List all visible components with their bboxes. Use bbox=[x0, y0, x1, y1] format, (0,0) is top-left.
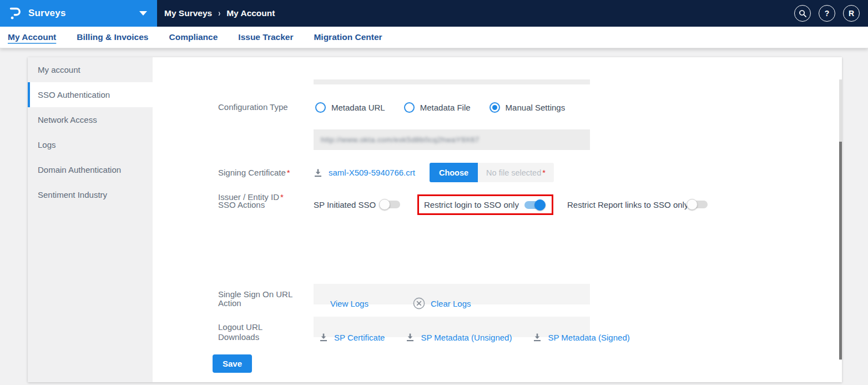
product-label: Surveys bbox=[28, 8, 66, 19]
no-file-selected-text: No file selected* bbox=[478, 163, 554, 182]
required-asterisk: * bbox=[287, 168, 290, 177]
signing-certificate-row: Signing Certificate* saml-X509-5940766.c… bbox=[153, 163, 842, 182]
scrollbar-thumb[interactable] bbox=[839, 142, 842, 359]
tab-my-account[interactable]: My Account bbox=[8, 32, 56, 42]
issuer-entity-id-field[interactable]: http://www.okta.com/exk5d8b0cq2hwaY9X67 bbox=[314, 129, 590, 150]
sidebar-item-network-access[interactable]: Network Access bbox=[28, 107, 153, 132]
signing-certificate-label: Signing Certificate* bbox=[218, 163, 290, 182]
radio-icon[interactable] bbox=[315, 102, 326, 113]
product-switcher[interactable]: Surveys bbox=[0, 0, 157, 27]
tab-billing-invoices[interactable]: Billing & Invoices bbox=[77, 32, 148, 42]
chevron-right-icon: › bbox=[218, 8, 220, 18]
settings-card: My account SSO Authentication Network Ac… bbox=[28, 57, 842, 382]
action-row: Action View Logs Clear Logs bbox=[153, 296, 842, 311]
sp-metadata-signed-download[interactable]: SP Metadata (Signed) bbox=[533, 333, 629, 342]
sidebar-item-sentiment-industry[interactable]: Sentiment Industry bbox=[28, 182, 153, 207]
download-icon bbox=[319, 333, 328, 342]
tab-migration-center[interactable]: Migration Center bbox=[314, 32, 382, 42]
restrict-report-links-label: Restrict Report links to SSO only bbox=[567, 194, 688, 215]
sp-initiated-sso-toggle[interactable] bbox=[380, 201, 400, 208]
view-logs-link[interactable]: View Logs bbox=[330, 299, 369, 308]
downloads-row: Downloads SP Certificate bbox=[153, 331, 842, 344]
avatar[interactable]: R bbox=[843, 5, 860, 22]
radio-metadata-file[interactable]: Metadata File bbox=[404, 102, 471, 113]
radio-checked-icon[interactable] bbox=[489, 102, 500, 113]
scrolled-input-edge bbox=[314, 79, 590, 84]
required-asterisk: * bbox=[542, 168, 546, 177]
chevron-down-icon bbox=[139, 11, 147, 16]
signing-certificate-controls: saml-X509-5940766.crt Choose No file sel… bbox=[314, 163, 554, 182]
configuration-type-row: Configuration Type Metadata URL Metadata… bbox=[153, 99, 842, 116]
settings-sidebar: My account SSO Authentication Network Ac… bbox=[28, 57, 153, 382]
breadcrumb-my-account[interactable]: My Account bbox=[226, 8, 275, 18]
restrict-login-sso-label: Restrict login to SSO only bbox=[424, 200, 519, 209]
issuer-value-redacted: http://www.okta.com/exk5d8b0cq2hwaY9X67 bbox=[321, 136, 480, 144]
sidebar-item-logs[interactable]: Logs bbox=[28, 132, 153, 157]
scrollbar-track[interactable] bbox=[839, 79, 842, 360]
sso-actions-row: SSO Actions SP Initiated SSO Restrict lo… bbox=[153, 194, 842, 215]
tab-compliance[interactable]: Compliance bbox=[169, 32, 218, 42]
downloads-label: Downloads bbox=[218, 331, 259, 344]
topbar: Surveys My Surveys › My Account ? R bbox=[0, 0, 868, 27]
save-button[interactable]: Save bbox=[213, 354, 252, 373]
sidebar-item-my-account[interactable]: My account bbox=[28, 57, 153, 82]
downloads-links: SP Certificate SP Metadata (Unsigned) bbox=[319, 331, 630, 344]
page-body: My account SSO Authentication Network Ac… bbox=[0, 48, 868, 385]
restrict-login-sso-toggle[interactable] bbox=[524, 201, 544, 209]
sidebar-item-domain-authentication[interactable]: Domain Authentication bbox=[28, 157, 153, 182]
radio-icon[interactable] bbox=[404, 102, 415, 113]
breadcrumb-my-surveys[interactable]: My Surveys bbox=[164, 8, 212, 18]
sso-form: Configuration Type Metadata URL Metadata… bbox=[153, 57, 842, 382]
sp-metadata-unsigned-download[interactable]: SP Metadata (Unsigned) bbox=[406, 333, 512, 342]
breadcrumb: My Surveys › My Account bbox=[164, 8, 275, 18]
certificate-file-link[interactable]: saml-X509-5940766.crt bbox=[329, 168, 415, 177]
configuration-type-options: Metadata URL Metadata File Manual Settin… bbox=[315, 99, 565, 116]
radio-manual-settings[interactable]: Manual Settings bbox=[489, 102, 566, 113]
topbar-icons: ? R bbox=[794, 5, 868, 22]
sp-certificate-download[interactable]: SP Certificate bbox=[319, 333, 385, 342]
choose-file-button[interactable]: Choose bbox=[430, 163, 478, 182]
download-icon bbox=[533, 333, 542, 342]
tab-issue-tracker[interactable]: Issue Tracker bbox=[238, 32, 293, 42]
configuration-type-label: Configuration Type bbox=[218, 99, 288, 116]
restrict-login-highlight-box: Restrict login to SSO only bbox=[417, 194, 553, 215]
toggle-knob bbox=[379, 199, 390, 210]
help-icon: ? bbox=[825, 9, 830, 18]
restrict-report-links-toggle[interactable] bbox=[688, 201, 708, 208]
search-button[interactable] bbox=[794, 5, 811, 22]
questionpro-logo-icon bbox=[9, 6, 22, 21]
action-controls: View Logs Clear Logs bbox=[330, 296, 471, 311]
download-icon[interactable] bbox=[314, 168, 322, 177]
download-icon bbox=[406, 333, 415, 342]
clear-logs-group[interactable]: Clear Logs bbox=[413, 297, 471, 309]
help-button[interactable]: ? bbox=[819, 5, 835, 22]
sidebar-item-sso-authentication[interactable]: SSO Authentication bbox=[28, 82, 153, 107]
action-label: Action bbox=[218, 296, 241, 311]
toggle-knob bbox=[534, 199, 546, 211]
sso-actions-label: SSO Actions bbox=[218, 194, 265, 215]
radio-metadata-url[interactable]: Metadata URL bbox=[315, 102, 385, 113]
avatar-initial: R bbox=[849, 9, 854, 18]
clear-circle-x-icon[interactable] bbox=[413, 297, 425, 309]
account-tabs: My Account Billing & Invoices Compliance… bbox=[0, 27, 868, 48]
search-icon bbox=[799, 9, 807, 18]
clear-logs-link[interactable]: Clear Logs bbox=[431, 299, 471, 308]
toggle-knob bbox=[687, 199, 698, 210]
page: Surveys My Surveys › My Account ? R My bbox=[0, 0, 868, 385]
sp-initiated-sso-label: SP Initiated SSO bbox=[314, 194, 376, 215]
